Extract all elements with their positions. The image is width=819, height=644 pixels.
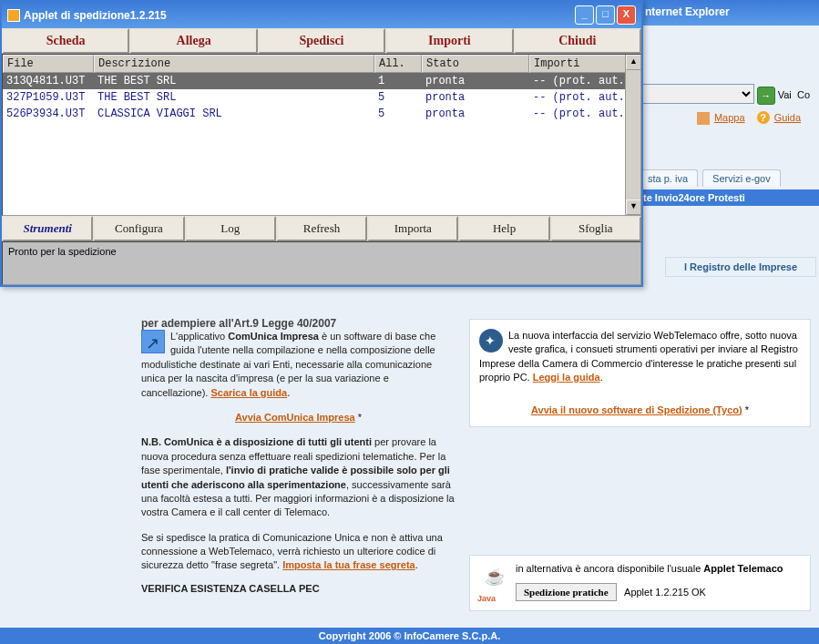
cell-all: 5 [374, 89, 422, 106]
mid-tabs: sta p. iva Servizi e-gov [638, 169, 819, 189]
header-importi[interactable]: Importi [529, 55, 640, 73]
leggi-guida-link[interactable]: Leggi la guida [533, 372, 600, 383]
right-content: La nuova interfaccia del servizio WebTel… [469, 319, 811, 427]
co-fragment: Co [797, 89, 810, 100]
cell-all: 1 [374, 73, 422, 89]
sfoglia-button[interactable]: Sfoglia [550, 216, 641, 241]
map-icon [697, 112, 710, 125]
cell-file: 526P3934.U3T [3, 106, 94, 122]
table-header: File Descrizione All. Stato Importi [3, 55, 640, 73]
cell-stato: pronta [422, 89, 529, 106]
avvia-comunica-link[interactable]: Avvia ComUnica Impresa [235, 412, 355, 423]
chiudi-button[interactable]: Chiudi [514, 28, 641, 54]
scrollbar[interactable]: ▲ ▼ [625, 55, 640, 215]
verifica-heading: VERIFICA ESISTENZA CASELLA PEC [141, 582, 456, 596]
ie-titlebar: nternet Explorer [638, 0, 819, 26]
runner-icon [141, 330, 165, 353]
minimize-button[interactable]: _ [575, 5, 594, 25]
ie-link-row: Mappa ? Guida [697, 111, 801, 125]
tab-piva[interactable]: sta p. iva [638, 169, 698, 187]
maximize-button[interactable]: □ [596, 5, 615, 25]
header-all[interactable]: All. [374, 55, 422, 73]
applet-window: Applet di spedizione1.2.215 _ □ X Scheda… [0, 0, 643, 287]
avvia-tyco-link[interactable]: Avvia il nuovo software di Spedizione (T… [531, 404, 742, 415]
compass-icon [479, 329, 503, 353]
cell-importi: -- (prot. aut.) [529, 106, 640, 122]
left-content: L'applicativo ComUnica Impresa è un soft… [141, 319, 456, 596]
help-button[interactable]: Help [458, 216, 549, 241]
java-text1b: Applet Telemaco [703, 563, 783, 574]
applet-titlebar: Applet di spedizione1.2.215 _ □ X [2, 2, 641, 28]
table-row[interactable]: 313Q4811.U3T THE BEST SRL 1 pronta -- (p… [3, 73, 640, 89]
imposta-frase-link[interactable]: Imposta la tua frase segreta [282, 559, 415, 570]
cell-stato: pronta [422, 106, 529, 122]
mappa-link[interactable]: Mappa [714, 112, 745, 123]
java-box: ☕ Java in alternativa è ancora disponibi… [469, 555, 811, 611]
p2a: N.B. ComUnica è a disposizione di tutti … [141, 436, 372, 447]
footer: Copyright 2006 © InfoCamere S.C.p.A. [0, 628, 819, 644]
cell-stato: pronta [422, 73, 529, 89]
allega-button[interactable]: Allega [129, 28, 257, 54]
scheda-button[interactable]: Scheda [2, 28, 129, 54]
scarica-guida-link[interactable]: Scarica la guida [210, 387, 287, 398]
registro-heading: l Registro delle Imprese [665, 257, 816, 277]
bottom-button-row: Strumenti Configura Log Refresh Importa … [2, 216, 641, 241]
status-text: Pronto per la spedizione [8, 246, 117, 257]
table-row[interactable]: 327P1059.U3T THE BEST SRL 5 pronta -- (p… [3, 89, 640, 106]
cell-desc: THE BEST SRL [94, 89, 374, 106]
cell-file: 327P1059.U3T [3, 89, 94, 106]
importi-button[interactable]: Importi [385, 28, 513, 54]
spedizione-pratiche-button[interactable]: Spedizione pratiche [516, 583, 617, 601]
scroll-down-icon[interactable]: ▼ [626, 199, 641, 215]
refresh-button[interactable]: Refresh [276, 216, 367, 241]
header-file[interactable]: File [3, 55, 94, 73]
cell-desc: THE BEST SRL [94, 73, 374, 89]
p1b: ComUnica Impresa [228, 331, 319, 342]
applet-ok-status: Applet 1.2.215 OK [624, 587, 706, 598]
cell-file: 313Q4811.U3T [3, 73, 94, 89]
scroll-up-icon[interactable]: ▲ [626, 55, 641, 70]
importa-button[interactable]: Importa [367, 216, 458, 241]
table-row[interactable]: 526P3934.U3T CLASSICA VIAGGI SRL 5 pront… [3, 106, 640, 122]
status-area: Pronto per la spedizione [2, 241, 641, 285]
cell-importi: -- (prot. aut.) [529, 89, 640, 106]
address-bar-area: → Vai Co [627, 84, 810, 105]
file-table: File Descrizione All. Stato Importi 313Q… [2, 54, 641, 216]
go-label: Vai [778, 89, 792, 100]
close-button[interactable]: X [617, 5, 636, 25]
strumenti-button[interactable]: Strumenti [2, 216, 93, 241]
help-icon: ? [757, 111, 770, 124]
cell-desc: CLASSICA VIAGGI SRL [94, 106, 374, 122]
address-select[interactable] [627, 84, 754, 104]
cell-all: 5 [374, 106, 422, 122]
go-button[interactable]: → [757, 87, 775, 105]
applet-title: Applet di spedizione1.2.215 [24, 9, 167, 22]
header-desc[interactable]: Descrizione [94, 55, 374, 73]
log-button[interactable]: Log [185, 216, 276, 241]
configura-button[interactable]: Configura [93, 216, 184, 241]
applet-icon [7, 9, 20, 22]
right-p1: La nuova interfaccia del servizio WebTel… [479, 330, 798, 383]
tab-egov[interactable]: Servizi e-gov [702, 169, 781, 187]
header-stato[interactable]: Stato [422, 55, 529, 73]
spedisci-button[interactable]: Spedisci [258, 28, 385, 54]
p1a: L'applicativo [170, 331, 228, 342]
cell-importi: -- (prot. aut.) [529, 73, 640, 89]
java-logo-icon: ☕ Java [477, 563, 508, 603]
java-logo-text: Java [477, 594, 496, 603]
blue-nav-bar: te Invio24ore Protesti [638, 189, 819, 206]
top-button-row: Scheda Allega Spedisci Importi Chiudi [2, 28, 641, 54]
guida-link[interactable]: Guida [774, 112, 801, 123]
java-text1: in alternativa è ancora disponibile l'us… [516, 563, 703, 574]
